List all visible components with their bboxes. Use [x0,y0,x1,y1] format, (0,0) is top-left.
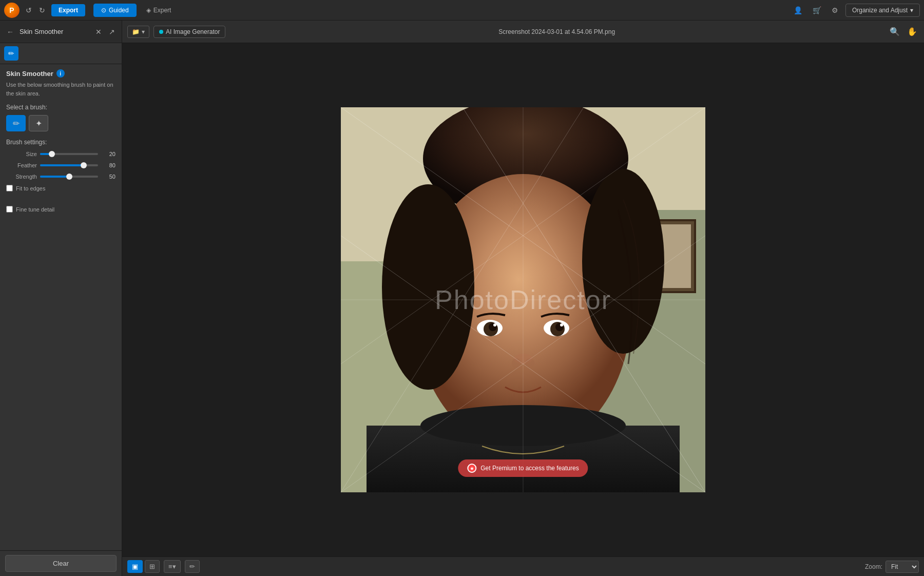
organize-chevron: ▾ [910,7,913,14]
undo-redo-group: ↺ ↻ [23,4,48,16]
fine-tune-checkbox[interactable] [6,206,13,213]
clear-button[interactable]: Clear [5,555,117,572]
ai-image-generator-button[interactable]: AI Image Generator [153,26,225,38]
top-bar: P ↺ ↻ Export ⊙ Guided ◈ Expert 👤 🛒 ⚙ Org… [0,0,924,21]
logo-letter: P [9,6,14,14]
single-view-button[interactable]: ▣ [127,560,143,573]
panel-close-button[interactable]: ✕ [94,26,103,37]
view-mode-buttons: ▣ ⊞ [127,560,160,573]
section-title-group: Skin Smoother i [6,69,116,78]
feather-fill [40,164,84,166]
organize-label: Organize and Adjust [852,7,908,14]
panel-back-button[interactable]: ← [5,26,15,37]
expert-icon: ◈ [146,7,151,14]
file-btn-chevron: ▾ [142,28,145,35]
brush-option-1[interactable]: ✏ [6,115,26,131]
strength-label: Strength [6,174,37,180]
strength-slider-row: Strength 50 [6,174,116,180]
tab-expert[interactable]: ◈ Expert [139,4,179,17]
zoom-dropdown[interactable]: Fit 25% 50% 100% 200% [886,561,919,573]
center-area: 📁 ▾ AI Image Generator Screenshot 2024-0… [122,21,924,576]
premium-icon: ★ [467,464,476,473]
brush-settings-label: Brush settings: [6,139,116,146]
undo-button[interactable]: ↺ [23,4,35,16]
organize-adjust-button[interactable]: Organize and Adjust ▾ [845,4,920,17]
app-logo: P [4,3,20,18]
panel-title: Skin Smoother [20,28,90,35]
top-bar-left: P ↺ ↻ Export ⊙ Guided ◈ Expert [4,3,179,18]
fit-to-edges-label: Fit to edges [16,185,45,191]
export-button[interactable]: Export [51,4,85,16]
fit-to-edges-checkbox[interactable] [6,185,13,191]
top-bar-right: 👤 🛒 ⚙ Organize and Adjust ▾ [791,4,920,17]
brush-options: ✏ ✦ [6,115,116,131]
feather-label: Feather [6,162,37,168]
brush-tab-paint[interactable]: ✏ [4,46,18,61]
svg-point-19 [560,323,563,327]
strength-thumb[interactable] [66,174,72,180]
panel-export-button[interactable]: ↗ [107,26,117,37]
main-layout: ← Skin Smoother ✕ ↗ ✏ Skin Smoother i Us… [0,21,924,576]
redo-button[interactable]: ↻ [36,4,48,16]
left-panel: ← Skin Smoother ✕ ↗ ✏ Skin Smoother i Us… [0,21,122,576]
bottom-bar: ▣ ⊞ ≡▾ ✏ Zoom: Fit 25% 50% 100% 200% [122,556,924,576]
info-badge[interactable]: i [56,69,65,78]
photo-container: PhotoDirector ★ Get Premium to access th… [341,107,705,492]
filename: Screenshot 2024-03-01 at 4.54.06 PM.png [229,28,884,35]
feather-value: 80 [101,162,116,168]
panel-content: Skin Smoother i Use the below smoothing … [0,64,122,550]
fine-tune-row: Fine tune detail [6,206,116,213]
expert-label: Expert [153,7,171,14]
tab-guided[interactable]: ⊙ Guided [93,4,137,17]
size-slider[interactable] [40,153,98,155]
user-icon-button[interactable]: 👤 [791,4,805,16]
panel-header: ← Skin Smoother ✕ ↗ [0,21,122,43]
gear-icon-button[interactable]: ⚙ [829,4,841,16]
center-toolbar: 📁 ▾ AI Image Generator Screenshot 2024-0… [122,21,924,43]
feather-thumb[interactable] [81,162,87,168]
fine-tune-label: Fine tune detail [16,206,54,213]
canvas-area[interactable]: PhotoDirector ★ Get Premium to access th… [122,43,924,556]
search-view-button[interactable]: 🔍 [888,25,901,38]
guided-label: Guided [109,7,129,14]
size-thumb[interactable] [49,151,55,157]
strength-fill [40,176,69,178]
panel-bottom: Clear [0,550,122,576]
svg-point-8 [382,184,474,390]
brush-tool-button[interactable]: ✏ [185,560,200,573]
compare-view-button[interactable]: ⊞ [145,560,160,573]
premium-toast[interactable]: ★ Get Premium to access the features [458,459,588,477]
photo-image [341,107,705,492]
strength-slider[interactable] [40,176,98,178]
feather-slider[interactable] [40,164,98,166]
ai-dot-icon [159,30,163,34]
feather-slider-row: Feather 80 [6,162,116,168]
fit-to-edges-row: Fit to edges [6,185,116,191]
file-open-button[interactable]: 📁 ▾ [127,26,149,38]
size-label: Size [6,151,37,157]
size-value: 20 [101,151,116,157]
svg-point-9 [582,169,664,354]
bottom-right: Zoom: Fit 25% 50% 100% 200% [865,561,919,573]
cart-icon-button[interactable]: 🛒 [810,4,824,16]
premium-toast-text: Get Premium to access the features [480,465,579,472]
sort-button[interactable]: ≡▾ [164,560,181,573]
guided-icon: ⊙ [101,7,106,14]
section-title-text: Skin Smoother [6,70,53,78]
select-brush-label: Select a brush: [6,104,116,111]
mode-tabs: ⊙ Guided ◈ Expert [93,4,179,17]
brush-option-2[interactable]: ✦ [29,115,48,131]
folder-icon: 📁 [132,28,140,35]
hand-tool-button[interactable]: ✋ [906,25,919,38]
brush-tab-bar: ✏ [0,43,122,64]
strength-value: 50 [101,174,116,180]
description-text: Use the below smoothing brush to paint o… [6,81,116,98]
ai-label: AI Image Generator [166,28,220,35]
zoom-label: Zoom: [865,563,882,570]
svg-point-15 [493,323,496,327]
size-slider-row: Size 20 [6,151,116,157]
